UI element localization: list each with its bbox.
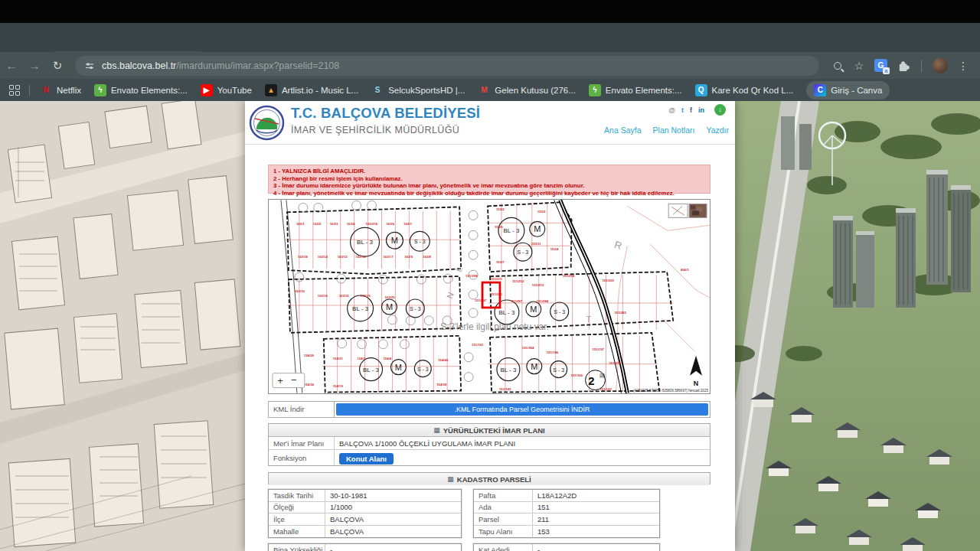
map-zoom-in-button[interactable]: +	[277, 375, 283, 386]
profile-avatar[interactable]	[933, 58, 948, 73]
svg-text:2: 2	[588, 374, 594, 387]
bookmark-envato-2[interactable]: ϟEnvato Elements:...	[589, 84, 682, 96]
zone-label: S - 3	[517, 249, 528, 255]
table-row: Fonksiyon Konut Alanı	[269, 450, 710, 465]
svg-text:151/166: 151/166	[571, 373, 583, 377]
kml-download-button[interactable]: .KML Formatında Parsel Geometrisini İNDİ…	[336, 403, 708, 416]
svg-text:154/19: 154/19	[333, 384, 344, 388]
row-value: 30-10-1981	[325, 491, 368, 500]
bookmark-karekod[interactable]: QKare Kod Qr Kod L...	[695, 84, 794, 96]
svg-text:163/1: 163/1	[296, 222, 305, 226]
bookmark-youtube[interactable]: ▶YouTube	[201, 84, 252, 96]
forward-icon[interactable]: →	[23, 59, 46, 72]
bookmark-selcuksports[interactable]: SSelcukSportsHD |...	[371, 84, 465, 96]
site-settings-icon[interactable]	[84, 60, 95, 71]
zone-label: M	[395, 363, 402, 372]
social-links: @ t f in	[668, 106, 704, 114]
municipality-logo	[249, 105, 285, 141]
bookmarks-bar: NNetflix ϟEnvato Elements:... ▶YouTube ▲…	[0, 79, 980, 101]
row-value: 151	[533, 503, 550, 511]
back-icon[interactable]: ←	[0, 59, 23, 72]
svg-text:806/1: 806/1	[681, 268, 689, 272]
svg-text:163/12: 163/12	[356, 255, 367, 259]
basemap-satellite-thumb[interactable]	[689, 204, 707, 217]
instagram-icon[interactable]: @	[668, 106, 675, 114]
table-row: Tasdik Tarihi30-10-1981	[269, 490, 461, 502]
linkedin-icon[interactable]: in	[698, 106, 704, 114]
row-label: Tasdik Tarihi	[269, 490, 325, 501]
browser-tab-strip: N E-İmar – Balçova Belediyesi × +	[0, 23, 980, 52]
menu-kebab-icon[interactable]: ⋮	[952, 60, 974, 72]
svg-text:151/284: 151/284	[537, 299, 549, 303]
svg-text:163/13: 163/13	[338, 255, 348, 259]
envato-icon: ϟ	[94, 84, 106, 96]
basemap-sketch-thumb[interactable]	[668, 204, 688, 217]
kadastro-right-table: PaftaL18A12A2D Ada151 Parsel211 Tapu Ala…	[473, 489, 660, 538]
extensions-puzzle-icon[interactable]	[897, 59, 910, 73]
kadastro-title: KADASTRO PARSELİ	[457, 475, 531, 484]
row-value: BALÇOVA	[325, 515, 364, 523]
twitter-icon[interactable]: t	[681, 106, 684, 114]
kadastro-header: ▦ KADASTRO PARSELİ	[269, 473, 710, 485]
bookmark-canva[interactable]: CGiriş - Canva	[806, 81, 890, 99]
svg-text:151/211: 151/211	[491, 277, 503, 281]
youtube-icon: ▶	[201, 84, 213, 96]
zoom-page-icon[interactable]	[834, 62, 841, 70]
bookmark-label: Netflix	[57, 86, 81, 95]
selcuksports-icon: S	[371, 84, 384, 96]
svg-text:151/197: 151/197	[593, 347, 605, 351]
bookmark-gmail-inbox[interactable]: MGelen Kutusu (276...	[478, 84, 575, 96]
bookmark-artlist[interactable]: ▲Artlist.io - Music L...	[265, 84, 358, 96]
extra-tables: Bina Yüksekliği- Kat Adedi-	[268, 543, 710, 551]
svg-text:154/40: 154/40	[438, 358, 449, 362]
screen: N E-İmar – Balçova Belediyesi × + ← → ↻ …	[0, 0, 980, 551]
table-row: PaftaL18A12A2D	[474, 490, 659, 502]
svg-text:163/6: 163/6	[386, 222, 394, 226]
row-label: Pafta	[474, 490, 533, 501]
toolbar-divider	[921, 60, 922, 72]
apps-grid-icon[interactable]	[9, 85, 20, 96]
row-value: L18A12A2D	[533, 491, 577, 500]
svg-text:153/4: 153/4	[550, 247, 559, 251]
zone-label: M	[531, 362, 537, 371]
row-label: Fonksiyon	[269, 450, 335, 465]
url-host: cbs.balcova.bel.tr	[102, 60, 176, 71]
row-label: Bina Yüksekliği	[269, 544, 325, 551]
karekod-icon: Q	[695, 84, 707, 96]
svg-text:163/10: 163/10	[295, 289, 305, 293]
svg-text:163/2: 163/2	[313, 222, 322, 226]
url-bar[interactable]: cbs.balcova.bel.tr/imardurumu/imar.aspx?…	[75, 56, 819, 76]
imar-plani-table: ▦ YÜRÜRLÜKTEKİ İMAR PLANI Mer'i İmar Pla…	[268, 423, 710, 466]
nav-plan-notlari[interactable]: Plan Notları	[653, 126, 695, 135]
zoning-map[interactable]: BL - 3 M S - 3 BL - 3 M S - 3 BL - 3 M S…	[269, 200, 710, 393]
artlist-icon: ▲	[265, 84, 277, 96]
svg-text:154/29: 154/29	[304, 354, 315, 357]
bookmark-label: Envato Elements:...	[111, 86, 188, 95]
table-row: Tapu Alanı153	[474, 526, 659, 538]
svg-text:163/3: 163/3	[330, 222, 338, 226]
nav-yazdir[interactable]: Yazdır	[706, 126, 729, 135]
bookmark-envato[interactable]: ϟEnvato Elements:...	[94, 84, 188, 96]
zone-label: BL - 3	[363, 367, 380, 373]
map-zoom-out-button[interactable]: −	[291, 374, 297, 386]
konut-alani-button[interactable]: Konut Alanı	[339, 453, 394, 465]
bookmark-netflix[interactable]: NNetflix	[40, 84, 81, 96]
kadastro-tables: Tasdik Tarihi30-10-1981 Ölçeği1/1000 İlç…	[268, 489, 710, 536]
account-download-icon[interactable]: ↓	[714, 104, 726, 116]
bookmark-star-icon[interactable]: ☆	[848, 60, 870, 72]
translate-icon[interactable]: Ga	[874, 59, 887, 72]
row-value: 153	[533, 527, 550, 536]
reload-icon[interactable]: ↻	[46, 59, 69, 73]
row-label: Mahalle	[269, 526, 325, 538]
svg-text:151/270: 151/270	[609, 361, 621, 365]
bookmark-label: Kare Kod Qr Kod L...	[712, 86, 794, 95]
disclaimer-line: 3 - İmar durumu idaremizce yürürlükte bu…	[273, 182, 705, 190]
zone-label: S - 3	[417, 367, 429, 372]
svg-text:163/7: 163/7	[403, 222, 412, 226]
facebook-icon[interactable]: f	[690, 106, 692, 114]
site-header: T.C. BALÇOVA BELEDİYESİ İMAR VE ŞEHİRCİL…	[245, 101, 735, 145]
svg-text:151/287: 151/287	[511, 299, 523, 303]
nav-ana-sayfa[interactable]: Ana Sayfa	[604, 126, 641, 135]
zone-label: M	[391, 236, 398, 245]
left-sketch-cityscape-art	[0, 101, 245, 551]
